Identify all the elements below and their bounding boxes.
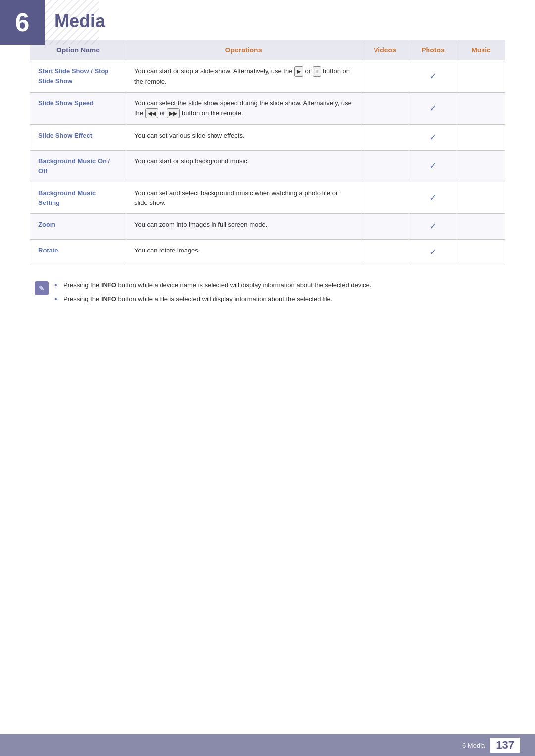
table-row-operations-3: You can start or stop background music. xyxy=(126,151,361,182)
table-row-videos-5 xyxy=(361,214,409,240)
table-row-option-0: Start Slide Show / Stop Slide Show xyxy=(30,60,126,93)
col-header-videos: Videos xyxy=(361,40,409,60)
options-table: Option Name Operations Videos Photos Mus… xyxy=(30,40,505,265)
main-content: Option Name Operations Videos Photos Mus… xyxy=(0,40,535,307)
table-row-photos-1: ✓ xyxy=(409,93,457,125)
table-row-option-6: Rotate xyxy=(30,240,126,265)
table-row-operations-4: You can set and select background music … xyxy=(126,182,361,214)
footer-label: 6 Media xyxy=(462,742,485,749)
note-item-1: Pressing the INFO button while a file is… xyxy=(54,294,500,304)
table-row-music-5 xyxy=(457,214,505,240)
notes-list: Pressing the INFO button while a device … xyxy=(54,280,500,307)
table-row-music-2 xyxy=(457,125,505,151)
table-row-music-6 xyxy=(457,240,505,265)
table-row-operations-0: You can start or stop a slide show. Alte… xyxy=(126,60,361,93)
table-row-videos-3 xyxy=(361,151,409,182)
chapter-number-block: 6 xyxy=(0,0,45,45)
table-row-option-2: Slide Show Effect xyxy=(30,125,126,151)
table-row-music-4 xyxy=(457,182,505,214)
page-header: 6 Media xyxy=(0,0,535,25)
table-row-videos-1 xyxy=(361,93,409,125)
table-row-music-3 xyxy=(457,151,505,182)
table-row-photos-4: ✓ xyxy=(409,182,457,214)
page-footer: 6 Media 137 xyxy=(0,734,535,756)
col-header-music: Music xyxy=(457,40,505,60)
table-row-operations-5: You can zoom into images in full screen … xyxy=(126,214,361,240)
chapter-number: 6 xyxy=(15,7,30,37)
table-row-music-0 xyxy=(457,60,505,93)
table-row-photos-0: ✓ xyxy=(409,60,457,93)
table-row-option-5: Zoom xyxy=(30,214,126,240)
table-row-videos-2 xyxy=(361,125,409,151)
table-row-photos-6: ✓ xyxy=(409,240,457,265)
note-icon: ✎ xyxy=(35,281,49,295)
table-row-photos-3: ✓ xyxy=(409,151,457,182)
table-row-option-4: Background Music Setting xyxy=(30,182,126,214)
table-row-photos-5: ✓ xyxy=(409,214,457,240)
note-icon-symbol: ✎ xyxy=(39,284,45,292)
note-item-0: Pressing the INFO button while a device … xyxy=(54,280,500,290)
notes-section: ✎ Pressing the INFO button while a devic… xyxy=(30,280,505,307)
chapter-title: Media xyxy=(54,11,105,32)
footer-page-number: 137 xyxy=(490,738,520,753)
table-row-option-1: Slide Show Speed xyxy=(30,93,126,125)
col-header-photos: Photos xyxy=(409,40,457,60)
table-row-operations-2: You can set various slide show effects. xyxy=(126,125,361,151)
table-row-operations-1: You can select the slide show speed duri… xyxy=(126,93,361,125)
table-row-videos-4 xyxy=(361,182,409,214)
col-header-operations: Operations xyxy=(126,40,361,60)
table-row-videos-6 xyxy=(361,240,409,265)
table-row-option-3: Background Music On / Off xyxy=(30,151,126,182)
table-row-videos-0 xyxy=(361,60,409,93)
table-row-music-1 xyxy=(457,93,505,125)
table-row-photos-2: ✓ xyxy=(409,125,457,151)
table-row-operations-6: You can rotate images. xyxy=(126,240,361,265)
